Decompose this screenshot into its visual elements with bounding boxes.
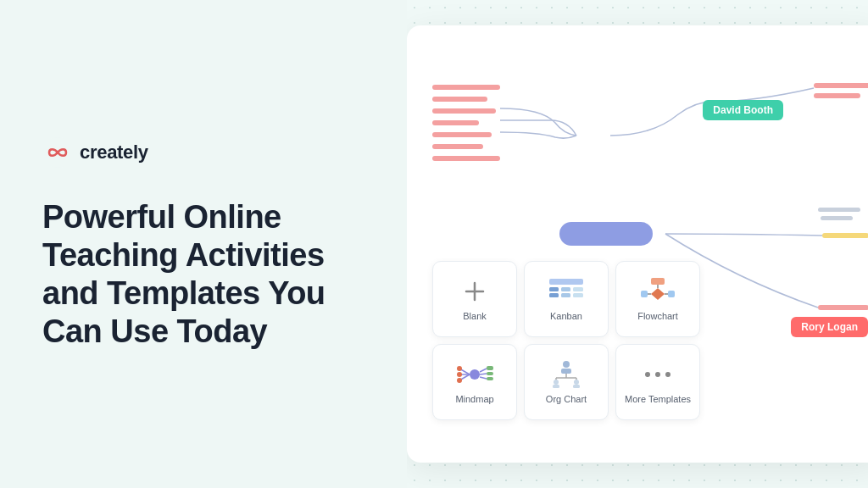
- svg-rect-18: [549, 287, 559, 291]
- svg-point-56: [665, 372, 670, 377]
- svg-point-49: [554, 380, 559, 385]
- orgchart-label: Org Chart: [546, 394, 587, 404]
- svg-rect-24: [651, 278, 665, 285]
- svg-rect-45: [561, 369, 571, 374]
- svg-rect-39: [487, 366, 493, 370]
- svg-rect-22: [573, 287, 583, 291]
- svg-rect-41: [487, 377, 493, 380]
- svg-rect-50: [553, 385, 559, 388]
- headline: Powerful Online Teaching Activities and …: [42, 198, 364, 350]
- tag-rory: Rory Logan: [791, 317, 868, 337]
- dots-icon: [639, 360, 676, 389]
- template-more[interactable]: More Templates: [615, 344, 700, 420]
- svg-rect-9: [814, 93, 860, 98]
- svg-point-35: [457, 372, 462, 377]
- template-blank[interactable]: Blank: [432, 261, 517, 337]
- template-kanban[interactable]: Kanban: [524, 261, 609, 337]
- more-templates-label: More Templates: [625, 394, 691, 404]
- svg-point-33: [457, 366, 462, 371]
- svg-rect-20: [561, 287, 570, 291]
- svg-line-42: [480, 374, 487, 374]
- svg-rect-8: [814, 83, 868, 88]
- svg-rect-4: [432, 120, 479, 125]
- right-panel: David Booth Rory Logan Blank: [407, 0, 868, 488]
- svg-marker-25: [651, 288, 665, 300]
- svg-rect-30: [668, 291, 675, 297]
- svg-rect-5: [432, 132, 492, 137]
- flowchart-label: Flowchart: [637, 311, 678, 321]
- left-panel: creately Powerful Online Teaching Activi…: [0, 0, 407, 488]
- svg-rect-19: [549, 293, 559, 297]
- svg-line-43: [480, 377, 487, 379]
- svg-rect-6: [432, 144, 483, 149]
- svg-rect-40: [487, 372, 493, 375]
- svg-rect-17: [549, 279, 583, 285]
- blank-label: Blank: [463, 311, 487, 321]
- tag-david: David Booth: [703, 100, 783, 120]
- svg-rect-28: [641, 291, 648, 297]
- orgchart-icon: [548, 360, 585, 389]
- kanban-icon: [548, 277, 585, 306]
- flowchart-icon: [639, 277, 676, 306]
- logo-area: creately: [42, 137, 364, 168]
- plus-icon: [456, 277, 493, 306]
- canvas-card: David Booth Rory Logan Blank: [407, 25, 868, 463]
- svg-point-55: [655, 372, 660, 377]
- svg-point-54: [645, 372, 650, 377]
- svg-point-37: [457, 378, 462, 383]
- svg-rect-7: [432, 156, 500, 161]
- svg-rect-2: [432, 97, 487, 102]
- svg-point-31: [470, 369, 480, 380]
- mindmap-icon: [456, 360, 493, 389]
- template-flowchart[interactable]: Flowchart: [615, 261, 700, 337]
- svg-rect-53: [573, 385, 580, 388]
- svg-rect-23: [573, 293, 583, 297]
- template-orgchart[interactable]: Org Chart: [524, 344, 609, 420]
- logo-icon: [42, 137, 73, 168]
- svg-rect-13: [818, 208, 860, 212]
- svg-rect-11: [818, 305, 868, 310]
- template-mindmap[interactable]: Mindmap: [432, 344, 517, 420]
- svg-rect-10: [822, 233, 868, 238]
- svg-line-38: [480, 369, 487, 372]
- mindmap-label: Mindmap: [455, 394, 493, 404]
- svg-point-52: [574, 380, 579, 385]
- template-grid: Blank Kanban: [432, 261, 700, 420]
- svg-point-44: [563, 361, 570, 368]
- kanban-label: Kanban: [550, 311, 582, 321]
- purple-pill: [559, 222, 653, 246]
- svg-rect-21: [561, 293, 570, 297]
- svg-rect-3: [432, 108, 496, 114]
- svg-rect-1: [432, 85, 500, 90]
- svg-rect-14: [821, 216, 853, 220]
- logo-text: creately: [80, 141, 148, 164]
